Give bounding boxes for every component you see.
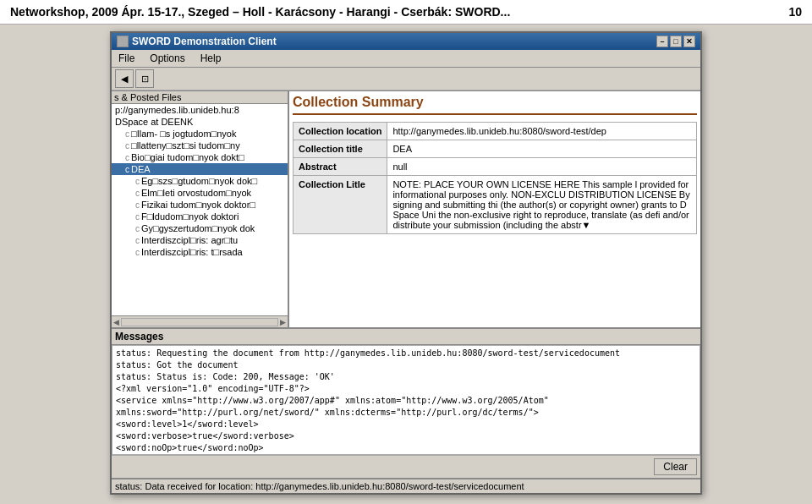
message-line: <?xml version="1.0" encoding="UTF-8"?> <box>116 383 696 395</box>
tree-item-label: □Ilam- □s jogtudom□nyok <box>131 129 236 139</box>
tree-icon: c <box>125 153 129 162</box>
app-window: SWORD Demonstration Client – □ ✕ File Op… <box>110 31 702 495</box>
tree-item-inter2[interactable]: c Interdiszcipl□ris: t□rsada <box>112 246 288 258</box>
messages-footer: Clear <box>112 455 700 478</box>
left-panel-label: s & Posted Files <box>114 92 181 102</box>
tree-icon: c <box>135 224 140 233</box>
message-line: status: Got the document <box>116 359 696 371</box>
table-row-litle: Collection Litle NOTE: PLACE YOUR OWN LI… <box>294 176 697 234</box>
message-line: xmlns:sword="http://purl.org/net/sword/"… <box>116 407 696 419</box>
tree-item-allat[interactable]: c □llatteny□szt□si tudom□ny <box>112 140 288 151</box>
tree-item-label: Bio□giai tudom□nyok dokt□ <box>131 152 244 162</box>
tree-item-dea[interactable]: c DEA <box>112 163 288 175</box>
message-line: <service xmlns="http://www.w3.org/2007/a… <box>116 395 696 407</box>
tree-icon: c <box>125 165 129 174</box>
tree-item-label: Interdiszcipl□ris: agr□tu <box>141 235 238 245</box>
toolbar-btn-1[interactable]: ◀ <box>115 69 134 88</box>
collection-summary-title: Collection Summary <box>293 95 697 115</box>
tree-icon: c <box>125 141 129 151</box>
label-abstract: Abstract <box>294 158 387 176</box>
clear-button[interactable]: Clear <box>654 458 697 475</box>
message-line: status: Status is: Code: 200, Message: '… <box>116 371 696 383</box>
tree-icon: c <box>135 200 140 210</box>
tree-icon: c <box>135 177 140 186</box>
status-text: status: Data received for location: http… <box>115 481 524 491</box>
left-scrollbar[interactable]: ◀ ▶ <box>112 315 288 327</box>
tree-icon: c <box>135 212 140 222</box>
tree-item-root-url[interactable]: p://ganymedes.lib.unideb.hu:8 <box>112 104 288 116</box>
left-panel: s & Posted Files p://ganymedes.lib.unide… <box>112 90 289 327</box>
toolbar-btn-2[interactable]: ⊡ <box>135 69 154 88</box>
tree-item-fizikai[interactable]: c Fizikai tudom□nyok doktor□ <box>112 199 288 211</box>
messages-section: Messages status: Requesting the document… <box>112 327 700 478</box>
title-bar-buttons: – □ ✕ <box>656 36 695 47</box>
value-collection-litle: NOTE: PLACE YOUR OWN LICENSE HERE This s… <box>387 176 697 234</box>
menu-bar: File Options Help <box>112 50 700 68</box>
tree-item-gyogy[interactable]: c Gy□gyszertudom□nyok dok <box>112 222 288 234</box>
message-line: status: Requesting the document from htt… <box>116 348 696 359</box>
main-content: s & Posted Files p://ganymedes.lib.unide… <box>112 90 700 327</box>
title-bar: SWORD Demonstration Client – □ ✕ <box>112 33 700 50</box>
tree-icon: c <box>135 236 140 245</box>
tree-item-fold[interactable]: c F□ldudom□nyok doktori <box>112 211 288 222</box>
page-number: 10 <box>788 5 802 19</box>
minimize-button[interactable]: – <box>656 36 668 47</box>
window-wrapper: SWORD Demonstration Client – □ ✕ File Op… <box>0 25 812 495</box>
tree-item-bio[interactable]: c Bio□giai tudom□nyok dokt□ <box>112 151 288 163</box>
left-panel-header: s & Posted Files <box>112 91 288 104</box>
tree-icon: c <box>135 248 140 257</box>
message-line: <sword:level>1</sword:level> <box>116 419 696 430</box>
tree-item-label: Fizikai tudom□nyok doktor□ <box>141 200 255 210</box>
tree-item-eg[interactable]: c Eg□szs□gtudom□nyok dok□ <box>112 175 288 187</box>
close-button[interactable]: ✕ <box>683 36 695 47</box>
tree-item-label: Interdiszcipl□ris: t□rsada <box>141 247 243 257</box>
tree-item-dspace[interactable]: DSpace at DEENK <box>112 116 288 128</box>
message-line: <sword:verbose>true</sword:verbose> <box>116 430 696 442</box>
value-collection-title: DEA <box>387 140 697 158</box>
message-line: <sword:noOp>true</sword:noOp> <box>116 442 696 454</box>
tree-item-label: DSpace at DEENK <box>115 117 193 127</box>
table-row-abstract: Abstract null <box>294 158 697 176</box>
tree-icon: c <box>125 129 129 139</box>
table-row-location: Collection location http://ganymedes.lib… <box>294 123 697 140</box>
label-collection-location: Collection location <box>294 123 387 140</box>
right-panel: Collection Summary Collection location h… <box>289 90 700 327</box>
menu-help[interactable]: Help <box>197 52 225 65</box>
tree-item-label: DEA <box>131 164 151 174</box>
label-collection-litle: Collection Litle <box>294 176 387 234</box>
tree-item-label: Eg□szs□gtudom□nyok dok□ <box>141 176 257 186</box>
slide-title: Networkshop, 2009 Ápr. 15-17., Szeged – … <box>10 5 510 19</box>
window-title: SWORD Demonstration Client <box>132 36 277 47</box>
label-collection-title: Collection title <box>294 140 387 158</box>
tree-icon: c <box>135 189 140 198</box>
toolbar: ◀ ⊡ <box>112 68 700 90</box>
tree-item-inter1[interactable]: c Interdiszcipl□ris: agr□tu <box>112 234 288 246</box>
menu-file[interactable]: File <box>115 52 138 65</box>
messages-header: Messages <box>112 329 700 345</box>
slide-header: Networkshop, 2009 Ápr. 15-17., Szeged – … <box>0 0 812 25</box>
tree-item-label: □llatteny□szt□si tudom□ny <box>131 140 240 151</box>
summary-table: Collection location http://ganymedes.lib… <box>293 122 697 234</box>
tree-area[interactable]: p://ganymedes.lib.unideb.hu:8 DSpace at … <box>112 104 288 315</box>
tree-item-label: Elm□leti orvostudom□nyok <box>141 188 251 198</box>
tree-item-label: F□ldudom□nyok doktori <box>141 211 239 222</box>
status-bar: status: Data received for location: http… <box>112 478 700 493</box>
tree-item-label: p://ganymedes.lib.unideb.hu:8 <box>115 105 239 115</box>
value-abstract: null <box>387 158 697 176</box>
maximize-button[interactable]: □ <box>670 36 682 47</box>
tree-item-label: Gy□gyszertudom□nyok dok <box>141 223 255 233</box>
table-row-title: Collection title DEA <box>294 140 697 158</box>
messages-body[interactable]: status: Requesting the document from htt… <box>112 345 700 455</box>
value-collection-location: http://ganymedes.lib.unideb.hu:8080/swor… <box>387 123 697 140</box>
tree-item-illam[interactable]: c □Ilam- □s jogtudom□nyok <box>112 128 288 140</box>
tree-item-elm[interactable]: c Elm□leti orvostudom□nyok <box>112 187 288 199</box>
menu-options[interactable]: Options <box>146 52 188 65</box>
app-icon <box>117 36 129 47</box>
